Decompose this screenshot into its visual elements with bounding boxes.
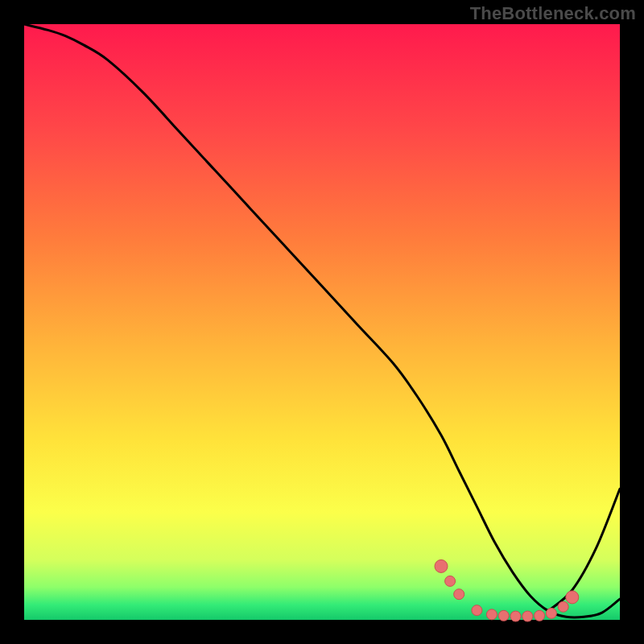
marker-dot xyxy=(454,589,464,600)
marker-dot xyxy=(435,559,448,572)
marker-dot xyxy=(535,610,545,621)
marker-dot xyxy=(546,608,556,618)
bottleneck-chart xyxy=(0,0,644,644)
marker-dot xyxy=(498,610,509,621)
chart-frame: TheBottleneck.com xyxy=(0,0,644,644)
marker-dot xyxy=(445,576,456,586)
marker-dot xyxy=(558,601,568,612)
marker-dot xyxy=(522,611,533,621)
marker-dot xyxy=(510,611,521,621)
marker-dot xyxy=(486,609,497,620)
plot-background xyxy=(24,24,620,620)
watermark-text: TheBottleneck.com xyxy=(470,3,636,24)
marker-dot xyxy=(566,591,579,604)
marker-dot xyxy=(472,605,482,616)
